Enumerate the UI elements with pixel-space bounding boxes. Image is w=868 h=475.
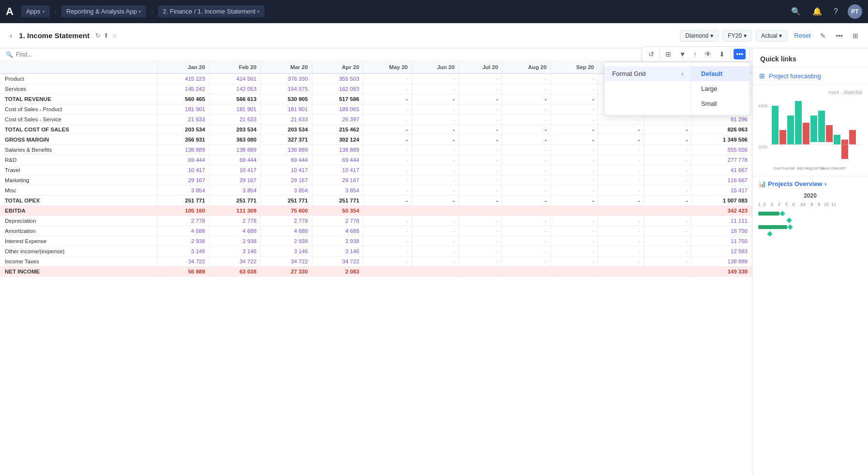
row-cell: -: [459, 104, 502, 115]
reset-button[interactable]: Reset: [791, 30, 813, 41]
m1: 1: [758, 202, 761, 207]
filter-button[interactable]: ▼: [677, 49, 688, 59]
row-cell: 415 223: [158, 73, 209, 84]
format-grid-small[interactable]: Small: [691, 96, 750, 111]
row-cell: 181 901: [158, 104, 209, 115]
m6: 6: [790, 202, 797, 207]
svg-text:Prod: Prod: [781, 167, 789, 170]
diamond-label: Diamond: [685, 32, 708, 39]
proj-diamond-3: [787, 224, 793, 230]
row-cell: -: [459, 135, 502, 145]
actual-filter[interactable]: Actual ▾: [756, 30, 787, 42]
row-cell: -: [412, 175, 459, 186]
row-cell: -: [363, 104, 412, 115]
row-cell: 517 586: [312, 94, 363, 104]
row-label: GROSS MARGIN: [0, 135, 158, 145]
row-cell: 26 397: [312, 115, 363, 125]
diamond-filter[interactable]: Diamond ▾: [680, 30, 719, 42]
format-grid-main: Format Grid ›: [604, 62, 691, 115]
row-cell: 138 889: [209, 145, 261, 155]
projects-arrow-icon: ›: [824, 180, 826, 187]
more-button[interactable]: •••: [833, 30, 846, 41]
svg-text:Other: Other: [831, 167, 839, 170]
row-cell: 138 889: [312, 145, 363, 155]
row-cell: -: [363, 246, 412, 257]
format-grid-item[interactable]: Format Grid ›: [604, 66, 691, 81]
row-cell: -: [598, 125, 644, 135]
project-forecasting-link[interactable]: ⊞ Project forecasting: [752, 67, 868, 85]
avatar[interactable]: PT: [848, 4, 862, 19]
row-label: TOTAL OPEX: [0, 196, 158, 206]
undo-button[interactable]: ↺: [646, 49, 657, 59]
table-row: NET INCOME56 88963 03827 3302 083149 339: [0, 267, 752, 277]
sync-button[interactable]: ↻: [95, 32, 101, 39]
edit-button[interactable]: ✎: [817, 30, 829, 41]
row-cell: 63 038: [209, 267, 261, 277]
notifications-button[interactable]: 🔔: [810, 5, 824, 18]
row-cell: -: [502, 135, 551, 145]
row-cell: 189 065: [312, 104, 363, 115]
row-cell: -: [502, 236, 551, 246]
search-input[interactable]: [16, 51, 746, 58]
export-button[interactable]: ⬇: [717, 49, 727, 59]
row-cell: 2 778: [158, 216, 209, 226]
row-cell: 21 633: [209, 115, 261, 125]
svg-text:GM: GM: [789, 167, 794, 170]
row-cell: -: [598, 246, 644, 257]
format-grid-default[interactable]: Default: [691, 66, 750, 81]
row-label: Income Taxes: [0, 257, 158, 267]
row-cell: 34 722: [209, 257, 261, 267]
row-label: Travel: [0, 165, 158, 175]
row-cell: 69 444: [209, 155, 261, 165]
row-cell: 29 167: [261, 175, 312, 186]
svg-text:Amort: Amort: [821, 167, 830, 170]
row-cell: -: [412, 236, 459, 246]
projects-overview-link[interactable]: 📊 Projects Overview ›: [758, 180, 862, 187]
row-cell: 2 938: [158, 236, 209, 246]
row-cell: -: [598, 186, 644, 196]
row-cell: -: [644, 155, 692, 165]
search-nav-button[interactable]: 🔍: [789, 5, 803, 18]
row-cell: 3 146: [209, 246, 261, 257]
apps-dropdown[interactable]: Apps ▾: [21, 5, 50, 17]
fy-filter[interactable]: FY20 ▾: [722, 30, 752, 42]
format-grid-large[interactable]: Large: [691, 81, 750, 96]
svg-text:Mktg: Mktg: [805, 167, 812, 171]
y-label-400k: 400k: [758, 103, 768, 108]
more-options-button[interactable]: •••: [734, 49, 746, 59]
row-cell: 91 296: [692, 115, 752, 125]
row-cell: -: [459, 257, 502, 267]
visibility-button[interactable]: 👁: [702, 49, 714, 59]
row-cell: 162 083: [312, 84, 363, 94]
row-label: TOTAL REVENUE: [0, 94, 158, 104]
sort-button[interactable]: ↑: [691, 49, 699, 59]
row-cell: -: [598, 257, 644, 267]
star-button[interactable]: ☆: [112, 32, 118, 39]
second-toolbar: ‹ 1. Income Statement ↻ ⬆ ☆ Diamond ▾ FY…: [0, 23, 868, 48]
search-bar: 🔍: [0, 48, 752, 61]
share-button[interactable]: ⬆: [103, 32, 109, 39]
row-cell: -: [363, 125, 412, 135]
row-cell: 15 417: [692, 186, 752, 196]
row-cell: [551, 267, 598, 277]
title-icons: ↻ ⬆ ☆: [95, 32, 118, 39]
row-cell: 251 771: [158, 196, 209, 206]
grid-view-button[interactable]: ⊞: [663, 49, 674, 59]
breadcrumb-dropdown[interactable]: 2. Finance / 1. Income Statement ▾: [158, 5, 265, 17]
row-cell: 181 901: [209, 104, 261, 115]
row-cell: -: [363, 135, 412, 145]
row-cell: -: [644, 196, 692, 206]
back-button[interactable]: ‹: [7, 30, 15, 41]
row-cell: -: [502, 104, 551, 115]
reporting-app-dropdown[interactable]: Reporting & Analysis App ▾: [61, 5, 146, 17]
table-row: TOTAL COST OF SALES203 534203 534203 534…: [0, 125, 752, 135]
help-button[interactable]: ?: [832, 5, 840, 18]
format-grid-submenu: Default Large Small: [691, 62, 750, 115]
table-row: R&D69 44469 44469 44469 444-------277 77…: [0, 155, 752, 165]
col-aug20: Aug 20: [502, 61, 551, 73]
svg-rect-3: [795, 101, 802, 144]
layout-button[interactable]: ⊞: [850, 30, 861, 41]
table-wrap[interactable]: Jan 20 Feb 20 Mar 20 Apr 20 May 20 Jun 2…: [0, 61, 752, 475]
m9: 9: [816, 202, 823, 207]
row-cell: -: [363, 145, 412, 155]
